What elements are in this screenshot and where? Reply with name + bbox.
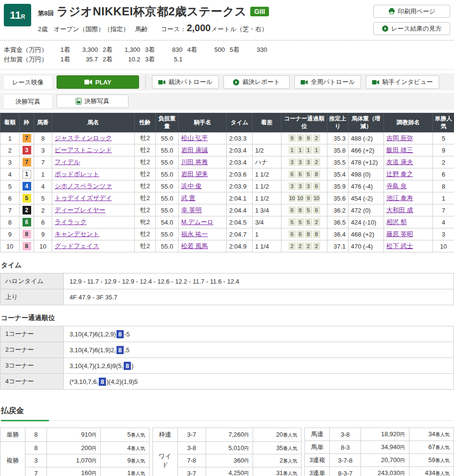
- course-suffix: メートル（芝・右）: [211, 25, 268, 33]
- prize-place: 2着: [103, 55, 112, 64]
- trainer-link[interactable]: 友道 康夫: [386, 158, 413, 166]
- corner-value: (*3,10,7,6,8)(4,2)(1,9)5: [64, 374, 454, 390]
- horse-link[interactable]: ライラック: [55, 218, 87, 226]
- favorite-rank: 20番人気: [253, 428, 301, 442]
- horse-link[interactable]: ディープレイヤー: [55, 206, 105, 214]
- jockey-link[interactable]: 武 豊: [181, 194, 196, 202]
- time: 2:03.4: [227, 144, 253, 156]
- jockey-link[interactable]: 岩田 望来: [181, 170, 208, 178]
- jockey-link[interactable]: M.デムーロ: [181, 218, 213, 226]
- corner-value: 3,10(4,7)6(1,9)2,8,5: [64, 342, 454, 358]
- prize-place: 1着: [60, 55, 70, 64]
- amount: 910円: [47, 428, 101, 442]
- favorite-rank: 5番人気: [101, 428, 150, 442]
- last3f: 35.6: [327, 192, 349, 204]
- frame-badge: 6: [23, 218, 31, 226]
- jockey-link[interactable]: 福永 祐一: [181, 230, 208, 238]
- jockey-link[interactable]: 岩田 康誠: [181, 146, 208, 154]
- time: 2:03.4: [227, 156, 253, 168]
- finish-pos: 3: [0, 156, 20, 168]
- trainer-link[interactable]: 池江 泰寿: [386, 194, 413, 202]
- trainer-link[interactable]: 寺島 良: [386, 182, 407, 190]
- sex-age: 牡2: [135, 168, 156, 180]
- trainer-link[interactable]: 相沢 郁: [386, 218, 407, 226]
- weight-carried: 55.0: [156, 204, 179, 216]
- trainer-link[interactable]: 吉岡 辰弥: [386, 134, 413, 142]
- bet-type: ワイド: [152, 441, 177, 476]
- last3f: 37.1: [327, 240, 349, 252]
- jockey-link[interactable]: 松山 弘平: [181, 134, 208, 142]
- race-title: ラジオNIKKEI杯京都2歳ステークス: [57, 4, 246, 19]
- finish-pos: 8: [0, 216, 20, 228]
- result-row: 3 7 7 フィデル 牡2 55.0 川田 将雅 2:03.4 ハナ 3332 …: [0, 156, 454, 168]
- amount: 7,260円: [206, 428, 253, 442]
- corner-order: 6856: [281, 204, 327, 216]
- corner-order: 3336: [281, 180, 327, 192]
- print-page-button[interactable]: 印刷用ページ: [373, 5, 450, 18]
- grade-badge: GIII: [250, 7, 269, 16]
- weight-carried: 55.0: [156, 144, 179, 156]
- result-row: 7 2 2 ディープレイヤー 牡2 55.0 幸 英明 2:04.4 1 3/4…: [0, 204, 454, 216]
- horse-link[interactable]: トゥデイイズザデイ: [55, 194, 112, 202]
- bet-type: 馬単: [305, 441, 330, 454]
- stewards-report-button[interactable]: 裁決レポート: [223, 75, 290, 89]
- sex-age: 牡2: [135, 240, 156, 252]
- body-weight: 470 (-4): [349, 240, 384, 252]
- horse-link[interactable]: ポッドボレット: [55, 170, 99, 178]
- horse-link[interactable]: ビーアストニッシド: [55, 146, 112, 154]
- prize-value: 5.1: [155, 55, 183, 64]
- corner-order: 1111: [281, 144, 327, 156]
- horse-link[interactable]: グッドフェイス: [55, 242, 99, 250]
- dashed-divider: [145, 75, 146, 89]
- bet-type: 枠連: [152, 428, 177, 442]
- corner-order: 6688: [281, 228, 327, 240]
- amount: 20,700円: [361, 454, 409, 467]
- trainer-link[interactable]: 松下 武士: [386, 242, 413, 250]
- trainer-link[interactable]: 藤原 英昭: [386, 230, 413, 238]
- trifecta-row: 3連単 8-3-7 243,030円 434番人気: [305, 467, 454, 476]
- combination: 8-3: [330, 441, 361, 454]
- sex-age: 牡2: [135, 132, 156, 144]
- frame-badge: 3: [23, 146, 31, 155]
- frame-badge: 7: [23, 134, 31, 143]
- time: 2:04.1: [227, 192, 253, 204]
- frame-badge: 7: [23, 158, 31, 167]
- stewards-report-label: 裁決レポート: [242, 78, 280, 86]
- race-conditions: 2歳 オープン（国際）（指定） 馬齢 コース：2,000メートル（芝・右）: [38, 23, 373, 34]
- trainer-link[interactable]: 飯田 雄三: [386, 146, 413, 154]
- full-patrol-button[interactable]: 全周パトロール: [294, 75, 361, 89]
- play-button[interactable]: PLAY: [57, 75, 139, 89]
- highlighted-horse-8: 8: [124, 362, 131, 370]
- extra-prize-row: 付加賞（万円） 1着35.7 2着10.2 3着5.1: [4, 55, 450, 64]
- corner-row: 4コーナー (*3,10,7,6,8)(4,2)(1,9)5: [0, 374, 454, 390]
- combination: 8: [25, 441, 47, 454]
- jockey-link[interactable]: 松若 風馬: [181, 242, 208, 250]
- horse-link[interactable]: シホノスペランツァ: [55, 182, 112, 190]
- favorite-rank: 67番人気: [409, 441, 454, 454]
- win-fav: 8: [433, 180, 454, 192]
- jockey-interview-label: 騎手インタビュー: [382, 78, 433, 86]
- col-corner-order: コーナー通過順位: [281, 113, 327, 132]
- horse-link[interactable]: フィデル: [55, 158, 80, 166]
- trainer-link[interactable]: 大和田 成: [386, 206, 413, 214]
- finish-photo-button[interactable]: 決勝写真: [57, 95, 128, 108]
- prize-place: 4着: [187, 45, 197, 55]
- bet-type: 3連単: [305, 467, 330, 476]
- jockey-link[interactable]: 浜中 俊: [181, 182, 202, 190]
- race-round: 第8回: [38, 9, 54, 18]
- payout-section: 払戻金 単勝 8 910円 5番人気 複勝 8 200円 4番人気 3 1,07…: [0, 406, 454, 476]
- combination: 7: [25, 467, 47, 476]
- trainer-link[interactable]: 辻野 泰之: [386, 170, 413, 178]
- jockey-link[interactable]: 幸 英明: [181, 206, 202, 214]
- race-number-badge: 11R: [4, 4, 31, 26]
- jockey-link[interactable]: 川田 将雅: [181, 158, 208, 166]
- bet-type: 3連複: [305, 454, 330, 467]
- results-guide-button[interactable]: レース結果の見方: [373, 22, 450, 35]
- corner-order: 9992: [281, 132, 327, 144]
- margin: 1 1/4: [253, 240, 281, 252]
- horse-link[interactable]: キャンデセント: [55, 230, 99, 238]
- jockey-interview-button[interactable]: 騎手インタビュー: [366, 75, 439, 89]
- stewards-patrol-button[interactable]: 裁決パトロール: [152, 75, 219, 89]
- horse-link[interactable]: ジャスティンロック: [55, 134, 112, 142]
- print-page-label: 印刷用ページ: [398, 7, 436, 16]
